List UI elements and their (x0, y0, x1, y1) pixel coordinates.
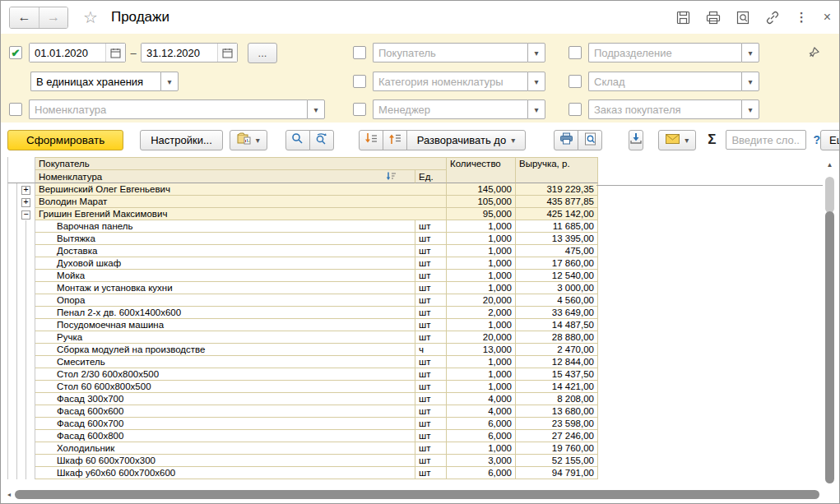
row-name-cell[interactable]: Шкаф 60 600х700х300 (35, 455, 415, 467)
row-expander[interactable]: − (21, 210, 30, 220)
save-icon[interactable] (676, 11, 690, 25)
row-revenue-cell[interactable]: 14 487,50 (516, 319, 598, 331)
table-row[interactable]: + Вершинский Олег Евгеньевич 145,000 319… (7, 183, 598, 196)
table-row[interactable]: Шкаф 60 600х700х300 шт 3,000 52 155,00 (7, 455, 598, 467)
preview-icon[interactable] (736, 11, 750, 25)
horizontal-scrollbar[interactable]: ◂ (3, 489, 819, 500)
row-quantity-cell[interactable]: 6,000 (447, 430, 516, 442)
row-revenue-cell[interactable]: 17 860,00 (516, 257, 598, 270)
forward-button[interactable]: → (39, 7, 67, 28)
row-name-cell[interactable]: Опора (35, 294, 415, 307)
row-quantity-cell[interactable]: 2,000 (447, 307, 516, 319)
row-quantity-cell[interactable]: 4,000 (447, 405, 516, 418)
row-quantity-cell[interactable]: 1,000 (447, 245, 516, 257)
row-name-cell[interactable]: Смеситель (35, 356, 415, 368)
row-quantity-cell[interactable]: 20,000 (447, 294, 516, 307)
row-name-cell[interactable]: Сборка модулей на производстве (35, 344, 415, 356)
row-revenue-cell[interactable]: 19 760,00 (516, 442, 598, 455)
close-icon[interactable]: × (824, 10, 831, 25)
row-revenue-cell[interactable]: 12 540,00 (516, 270, 598, 282)
settings-button[interactable]: Настройки... (140, 130, 223, 150)
row-name-cell[interactable]: Фасад 600х800 (35, 430, 415, 442)
table-row[interactable]: Фасад 600х700 шт 6,000 23 598,00 (7, 418, 598, 430)
vertical-scrollbar-track[interactable] (825, 177, 834, 213)
row-expander[interactable]: + (21, 186, 30, 195)
row-quantity-cell[interactable]: 95,000 (447, 208, 516, 220)
print-icon[interactable] (706, 11, 721, 25)
column-header-quantity[interactable]: Количество (447, 157, 516, 183)
row-unit-cell[interactable]: шт (415, 270, 447, 282)
row-name-cell[interactable]: Фасад 600х600 (35, 405, 415, 418)
table-row[interactable]: Ручка шт 20,000 28 880,00 (7, 331, 598, 344)
warehouse-checkbox[interactable] (569, 75, 582, 88)
row-quantity-cell[interactable]: 1,000 (447, 442, 516, 455)
expand-to-button[interactable]: Разворачивать до▾ (406, 130, 526, 150)
row-name-cell[interactable]: Володин Марат (35, 196, 447, 208)
row-quantity-cell[interactable]: 1,000 (447, 233, 516, 245)
chevron-down-icon[interactable]: ▾ (527, 99, 545, 119)
row-unit-cell[interactable]: шт (415, 418, 447, 430)
row-name-cell[interactable]: Доставка (35, 245, 415, 257)
nomenclature-input[interactable] (29, 99, 307, 119)
generate-button[interactable]: Сформировать (7, 130, 123, 150)
row-unit-cell[interactable]: шт (415, 307, 447, 319)
row-quantity-cell[interactable]: 1,000 (447, 319, 516, 331)
row-name-cell[interactable]: Вытяжка (35, 233, 415, 245)
row-revenue-cell[interactable]: 27 246,00 (516, 430, 598, 442)
scroll-up-icon[interactable]: ▲ (824, 159, 835, 170)
table-row[interactable]: Смеситель шт 1,000 12 844,00 (7, 356, 598, 368)
units-select[interactable] (30, 72, 160, 91)
row-unit-cell[interactable]: шт (415, 319, 447, 331)
row-name-cell[interactable]: Вершинский Олег Евгеньевич (35, 183, 447, 196)
table-row[interactable]: + Володин Марат 105,000 435 877,85 (7, 196, 598, 208)
row-unit-cell[interactable]: шт (415, 405, 447, 418)
row-quantity-cell[interactable]: 1,000 (447, 381, 516, 393)
print-report-button[interactable] (554, 130, 578, 150)
calendar-icon[interactable] (217, 44, 237, 62)
row-unit-cell[interactable]: шт (415, 220, 447, 233)
table-row[interactable]: Варочная панель шт 1,000 11 685,00 (7, 220, 598, 233)
table-row[interactable]: Монтаж и установка кухни шт 1,000 3 000,… (7, 282, 598, 294)
table-row[interactable]: Фасад 600х600 шт 4,000 13 680,00 (7, 405, 598, 418)
warehouse-input[interactable] (588, 72, 741, 91)
table-row[interactable]: Доставка шт 1,000 475,00 (7, 245, 598, 257)
report-variants-button[interactable]: ▾ (230, 130, 267, 150)
department-input[interactable] (588, 43, 741, 62)
row-unit-cell[interactable]: шт (415, 233, 447, 245)
row-name-cell[interactable]: Посудомоечная машина (35, 319, 415, 331)
row-revenue-cell[interactable]: 3 000,00 (516, 282, 598, 294)
send-mail-button[interactable]: ▾ (658, 130, 696, 150)
row-name-cell[interactable]: Стол 2/30 600х800х500 (35, 368, 415, 381)
row-name-cell[interactable]: Ручка (35, 331, 415, 344)
help-link[interactable]: ? (813, 133, 820, 146)
row-name-cell[interactable]: Шкаф у60х60 600х700х600 (35, 467, 415, 479)
chevron-down-icon[interactable]: ▾ (741, 43, 759, 62)
row-quantity-cell[interactable]: 6,000 (447, 467, 516, 479)
totals-sigma-icon[interactable]: Σ (708, 132, 716, 148)
customer-order-checkbox[interactable] (569, 103, 582, 116)
chevron-down-icon[interactable]: ▾ (741, 99, 759, 119)
row-quantity-cell[interactable]: 1,000 (447, 257, 516, 270)
row-revenue-cell[interactable]: 4 560,00 (516, 294, 598, 307)
column-header-revenue[interactable]: Выручка, р. (516, 157, 598, 183)
horizontal-scrollbar-thumb[interactable] (15, 490, 819, 499)
row-name-cell[interactable]: Холодильник (35, 442, 415, 455)
chevron-down-icon[interactable]: ▾ (160, 72, 179, 91)
row-revenue-cell[interactable]: 12 844,00 (516, 356, 598, 368)
row-quantity-cell[interactable]: 1,000 (447, 356, 516, 368)
customer-order-input[interactable] (588, 99, 741, 119)
row-quantity-cell[interactable]: 1,000 (447, 270, 516, 282)
row-unit-cell[interactable]: ч (415, 344, 447, 356)
row-revenue-cell[interactable]: 13 395,00 (516, 233, 598, 245)
row-revenue-cell[interactable]: 435 877,85 (516, 196, 598, 208)
row-name-cell[interactable]: Мойка (35, 270, 415, 282)
row-unit-cell[interactable]: шт (415, 257, 447, 270)
category-checkbox[interactable] (353, 75, 366, 88)
row-unit-cell[interactable]: шт (415, 368, 447, 381)
row-quantity-cell[interactable]: 105,000 (447, 196, 516, 208)
table-row[interactable]: Фасад 600х800 шт 6,000 27 246,00 (7, 430, 598, 442)
chevron-down-icon[interactable]: ▾ (307, 99, 325, 119)
row-revenue-cell[interactable]: 23 598,00 (516, 418, 598, 430)
column-header-unit[interactable]: Ед. (415, 170, 447, 183)
row-unit-cell[interactable]: шт (415, 442, 447, 455)
